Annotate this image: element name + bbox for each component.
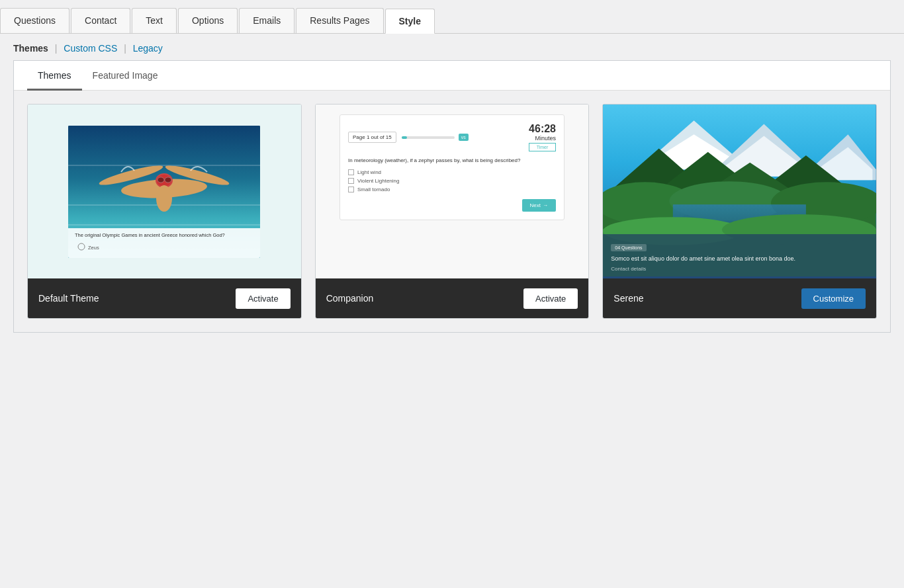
- companion-progress: vs: [402, 134, 469, 141]
- tab-contact[interactable]: Contact: [71, 8, 130, 33]
- theme-footer-default: Default Theme Activate: [28, 278, 301, 318]
- companion-question: In meteorology (weather), if a zephyr pa…: [348, 157, 556, 164]
- companion-option-2: Violent Lightening: [348, 178, 556, 184]
- companion-header: Page 1 out of 15 vs 46:28 M: [348, 123, 556, 151]
- progress-track: [402, 136, 455, 139]
- option-label-3: Small tornado: [357, 187, 390, 192]
- default-theme-image: The original Olympic Games in ancient Gr…: [68, 126, 260, 258]
- option-label-2: Violent Lightening: [357, 178, 399, 184]
- breadcrumb-custom-css[interactable]: Custom CSS: [64, 43, 117, 54]
- companion-timer-btn: Timer: [529, 143, 556, 151]
- activate-default-button[interactable]: Activate: [236, 288, 290, 309]
- main-panel: Themes Featured Image: [13, 60, 891, 333]
- theme-footer-serene: Serene Customize: [603, 278, 876, 318]
- tab-text[interactable]: Text: [132, 8, 177, 33]
- companion-option-3: Small tornado: [348, 187, 556, 192]
- sub-tabs: Themes Featured Image: [14, 61, 890, 91]
- serene-title: Somco est sit aliquo dolor do amet sine …: [611, 255, 868, 263]
- vs-badge: vs: [459, 134, 469, 141]
- top-nav-tabs: Questions Contact Text Options Emails Re…: [0, 0, 904, 34]
- theme-preview-companion: Page 1 out of 15 vs 46:28 M: [316, 105, 589, 278]
- breadcrumb-current: Themes: [13, 43, 48, 54]
- swimmer-svg: The original Olympic Games in ancient Gr…: [68, 126, 260, 258]
- companion-options: Light wind Violent Lightening Small torn…: [348, 169, 556, 192]
- svg-text:The original Olympic Games in : The original Olympic Games in ancient Gr…: [75, 232, 225, 238]
- next-label: Next: [530, 202, 541, 208]
- svg-point-12: [156, 185, 172, 212]
- companion-timer: 46:28: [529, 123, 556, 135]
- companion-next-area: Next →: [348, 199, 556, 212]
- theme-card-serene: 04 Questions Somco est sit aliquo dolor …: [602, 104, 877, 319]
- serene-badge: 04 Questions: [611, 244, 646, 251]
- svg-point-10: [158, 177, 164, 183]
- option-checkbox-3: [348, 187, 354, 192]
- customize-serene-button[interactable]: Customize: [801, 288, 866, 309]
- tab-emails[interactable]: Emails: [239, 8, 294, 33]
- breadcrumb-sep2: |: [124, 43, 126, 54]
- option-label-1: Light wind: [357, 169, 381, 175]
- theme-name-companion: Companion: [326, 293, 374, 304]
- theme-name-serene: Serene: [613, 293, 643, 304]
- theme-card-companion: Page 1 out of 15 vs 46:28 M: [315, 104, 590, 319]
- breadcrumb: Themes | Custom CSS | Legacy: [13, 34, 891, 60]
- activate-companion-button[interactable]: Activate: [523, 288, 578, 309]
- themes-grid: The original Olympic Games in ancient Gr…: [14, 91, 890, 332]
- companion-minutes-label: Minutes: [535, 135, 556, 142]
- companion-option-1: Light wind: [348, 169, 556, 175]
- breadcrumb-sep1: |: [55, 43, 58, 54]
- svg-text:Zeus: Zeus: [88, 245, 99, 251]
- theme-preview-serene: 04 Questions Somco est sit aliquo dolor …: [603, 105, 876, 278]
- option-checkbox-1: [348, 169, 354, 175]
- serene-overlay: 04 Questions Somco est sit aliquo dolor …: [603, 234, 876, 278]
- theme-name-default: Default Theme: [38, 293, 99, 304]
- theme-footer-companion: Companion Activate: [316, 278, 589, 318]
- serene-link: Contact details: [611, 266, 868, 272]
- subtab-themes[interactable]: Themes: [27, 61, 82, 91]
- theme-card-default: The original Olympic Games in ancient Gr…: [27, 104, 302, 319]
- option-checkbox-2: [348, 178, 354, 184]
- tab-options[interactable]: Options: [178, 8, 238, 33]
- next-arrow-icon: →: [543, 202, 548, 208]
- tab-style[interactable]: Style: [385, 9, 435, 34]
- svg-point-11: [165, 177, 171, 183]
- subtab-featured-image[interactable]: Featured Image: [82, 61, 169, 91]
- companion-next-button[interactable]: Next →: [522, 199, 556, 212]
- theme-preview-default: The original Olympic Games in ancient Gr…: [28, 105, 301, 278]
- progress-fill: [402, 136, 407, 139]
- companion-page-badge: Page 1 out of 15: [348, 132, 396, 143]
- companion-quiz-preview: Page 1 out of 15 vs 46:28 M: [339, 114, 565, 220]
- tab-results-pages[interactable]: Results Pages: [296, 8, 383, 33]
- breadcrumb-legacy[interactable]: Legacy: [133, 43, 163, 54]
- tab-questions[interactable]: Questions: [0, 8, 69, 33]
